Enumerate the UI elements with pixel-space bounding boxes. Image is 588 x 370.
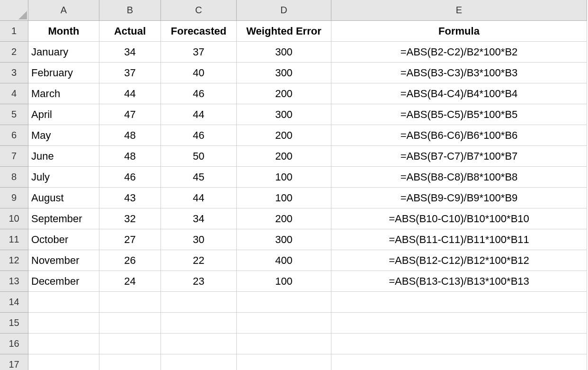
cell-A17[interactable] (28, 354, 99, 370)
cell-B1[interactable]: Actual (99, 21, 161, 42)
cell-B14[interactable] (99, 292, 161, 313)
cell-B2[interactable]: 34 (99, 42, 161, 63)
cell-B12[interactable]: 26 (99, 250, 161, 271)
cell-B9[interactable]: 43 (99, 188, 161, 208)
cell-B17[interactable] (99, 354, 161, 370)
cell-E5[interactable]: =ABS(B5-C5)/B5*100*B5 (331, 104, 587, 125)
col-header-E[interactable]: E (331, 0, 587, 21)
cell-B6[interactable]: 48 (99, 125, 161, 146)
cell-E16[interactable] (331, 334, 587, 354)
row-header-12[interactable]: 12 (0, 250, 28, 271)
cell-D7[interactable]: 200 (237, 146, 331, 167)
cell-B7[interactable]: 48 (99, 146, 161, 167)
cell-B16[interactable] (99, 334, 161, 354)
cell-D13[interactable]: 100 (237, 271, 331, 292)
cell-D10[interactable]: 200 (237, 208, 331, 229)
cell-E17[interactable] (331, 354, 587, 370)
cell-D14[interactable] (237, 292, 331, 313)
cell-E14[interactable] (331, 292, 587, 313)
cell-C6[interactable]: 46 (161, 125, 237, 146)
cell-B15[interactable] (99, 313, 161, 334)
cell-A13[interactable]: December (28, 271, 99, 292)
cell-E4[interactable]: =ABS(B4-C4)/B4*100*B4 (331, 83, 587, 104)
cell-C9[interactable]: 44 (161, 188, 237, 208)
cell-D15[interactable] (237, 313, 331, 334)
cell-A5[interactable]: April (28, 104, 99, 125)
row-header-8[interactable]: 8 (0, 167, 28, 188)
cell-C2[interactable]: 37 (161, 42, 237, 63)
cell-E9[interactable]: =ABS(B9-C9)/B9*100*B9 (331, 188, 587, 208)
cell-A9[interactable]: August (28, 188, 99, 208)
cell-A2[interactable]: January (28, 42, 99, 63)
cell-A7[interactable]: June (28, 146, 99, 167)
cell-D4[interactable]: 200 (237, 83, 331, 104)
row-header-5[interactable]: 5 (0, 104, 28, 125)
row-header-13[interactable]: 13 (0, 271, 28, 292)
cell-B11[interactable]: 27 (99, 229, 161, 250)
row-header-1[interactable]: 1 (0, 21, 28, 42)
cell-A11[interactable]: October (28, 229, 99, 250)
cell-D12[interactable]: 400 (237, 250, 331, 271)
cell-E8[interactable]: =ABS(B8-C8)/B8*100*B8 (331, 167, 587, 188)
cell-D2[interactable]: 300 (237, 42, 331, 63)
cell-C4[interactable]: 46 (161, 83, 237, 104)
cell-E6[interactable]: =ABS(B6-C6)/B6*100*B6 (331, 125, 587, 146)
cell-A16[interactable] (28, 334, 99, 354)
cell-C13[interactable]: 23 (161, 271, 237, 292)
row-header-15[interactable]: 15 (0, 313, 28, 334)
cell-A3[interactable]: February (28, 63, 99, 83)
row-header-2[interactable]: 2 (0, 42, 28, 63)
cell-B8[interactable]: 46 (99, 167, 161, 188)
cell-D11[interactable]: 300 (237, 229, 331, 250)
cell-A1[interactable]: Month (28, 21, 99, 42)
cell-D3[interactable]: 300 (237, 63, 331, 83)
cell-B5[interactable]: 47 (99, 104, 161, 125)
row-header-14[interactable]: 14 (0, 292, 28, 313)
cell-D9[interactable]: 100 (237, 188, 331, 208)
row-header-11[interactable]: 11 (0, 229, 28, 250)
cell-B10[interactable]: 32 (99, 208, 161, 229)
col-header-D[interactable]: D (237, 0, 331, 21)
cell-E15[interactable] (331, 313, 587, 334)
cell-E10[interactable]: =ABS(B10-C10)/B10*100*B10 (331, 208, 587, 229)
row-header-9[interactable]: 9 (0, 188, 28, 208)
cell-A6[interactable]: May (28, 125, 99, 146)
cell-D16[interactable] (237, 334, 331, 354)
cell-D8[interactable]: 100 (237, 167, 331, 188)
cell-C15[interactable] (161, 313, 237, 334)
cell-D6[interactable]: 200 (237, 125, 331, 146)
cell-E1[interactable]: Formula (331, 21, 587, 42)
cell-C10[interactable]: 34 (161, 208, 237, 229)
cell-E12[interactable]: =ABS(B12-C12)/B12*100*B12 (331, 250, 587, 271)
row-header-7[interactable]: 7 (0, 146, 28, 167)
cell-C5[interactable]: 44 (161, 104, 237, 125)
col-header-C[interactable]: C (161, 0, 237, 21)
spreadsheet-grid[interactable]: ABCDE1MonthActualForecastedWeighted Erro… (0, 0, 588, 370)
row-header-10[interactable]: 10 (0, 208, 28, 229)
cell-C8[interactable]: 45 (161, 167, 237, 188)
cell-A15[interactable] (28, 313, 99, 334)
cell-A10[interactable]: September (28, 208, 99, 229)
cell-B3[interactable]: 37 (99, 63, 161, 83)
cell-B13[interactable]: 24 (99, 271, 161, 292)
row-header-16[interactable]: 16 (0, 334, 28, 354)
cell-A4[interactable]: March (28, 83, 99, 104)
cell-C12[interactable]: 22 (161, 250, 237, 271)
col-header-B[interactable]: B (99, 0, 161, 21)
cell-C7[interactable]: 50 (161, 146, 237, 167)
select-all-corner[interactable] (0, 0, 28, 21)
cell-C11[interactable]: 30 (161, 229, 237, 250)
cell-D1[interactable]: Weighted Error (237, 21, 331, 42)
col-header-A[interactable]: A (28, 0, 99, 21)
cell-D5[interactable]: 300 (237, 104, 331, 125)
cell-A12[interactable]: November (28, 250, 99, 271)
cell-E13[interactable]: =ABS(B13-C13)/B13*100*B13 (331, 271, 587, 292)
cell-D17[interactable] (237, 354, 331, 370)
row-header-4[interactable]: 4 (0, 83, 28, 104)
cell-A14[interactable] (28, 292, 99, 313)
cell-E11[interactable]: =ABS(B11-C11)/B11*100*B11 (331, 229, 587, 250)
row-header-6[interactable]: 6 (0, 125, 28, 146)
cell-C14[interactable] (161, 292, 237, 313)
cell-E7[interactable]: =ABS(B7-C7)/B7*100*B7 (331, 146, 587, 167)
row-header-17[interactable]: 17 (0, 354, 28, 370)
